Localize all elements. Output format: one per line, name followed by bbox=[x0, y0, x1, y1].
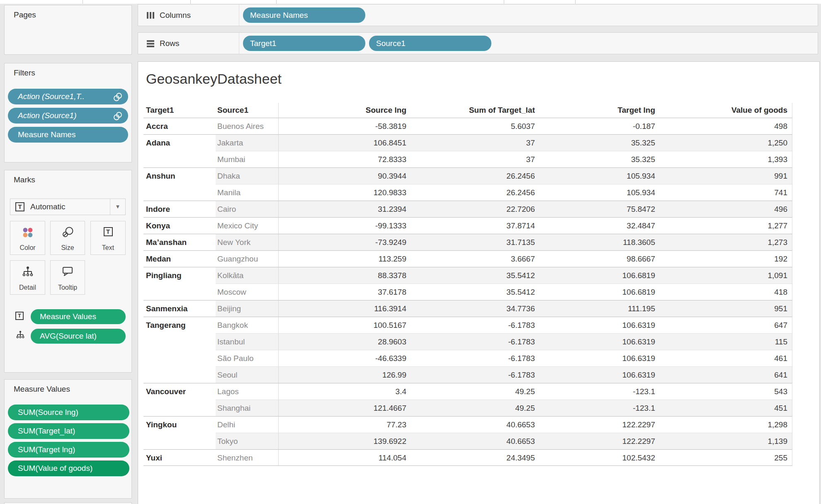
table-row[interactable]: Istanbul 28.9603 -6.1783 106.6319 115 bbox=[143, 333, 792, 350]
cell-value-of-goods[interactable]: 1,298 bbox=[660, 416, 792, 433]
detail-button[interactable]: Detail bbox=[10, 260, 45, 295]
header-target1[interactable]: Target1 bbox=[143, 103, 216, 118]
table-row[interactable]: Medan Guangzhou 113.259 3.6667 98.6667 1… bbox=[143, 250, 792, 267]
cell-value-of-goods[interactable]: 1,250 bbox=[660, 134, 792, 151]
cell-source1[interactable]: Istanbul bbox=[216, 333, 279, 350]
cell-target-lng[interactable]: 35.325 bbox=[539, 151, 660, 167]
cell-source1[interactable]: Cairo bbox=[216, 201, 279, 217]
cell-target-lng[interactable]: 111.195 bbox=[539, 300, 660, 317]
cell-target-lng[interactable]: 35.325 bbox=[539, 134, 660, 151]
cell-source1[interactable]: Lagos bbox=[216, 383, 279, 400]
marks-pill-avg-source-lat[interactable]: AVG(Source lat) bbox=[31, 329, 126, 344]
filter-pill[interactable]: Action (Source1,T.. bbox=[8, 89, 128, 104]
marks-card[interactable]: Marks T Automatic ▼ Color Size T Text bbox=[4, 170, 132, 373]
table-row[interactable]: Tokyo 139.6922 40.6653 122.2297 1,139 bbox=[143, 433, 792, 449]
cell-target-lng[interactable]: 106.6319 bbox=[539, 366, 660, 383]
filters-card[interactable]: Filters Action (Source1,T.. Action (Sour… bbox=[4, 63, 132, 162]
cell-value-of-goods[interactable]: 991 bbox=[660, 167, 792, 184]
cell-source1[interactable]: Seoul bbox=[216, 366, 279, 383]
cell-value-of-goods[interactable]: 192 bbox=[660, 250, 792, 267]
cell-source1[interactable]: São Paulo bbox=[216, 350, 279, 366]
cell-source-lng[interactable]: 31.2394 bbox=[279, 201, 411, 217]
cell-value-of-goods[interactable]: 418 bbox=[660, 284, 792, 300]
cell-source-lng[interactable]: 28.9603 bbox=[279, 333, 411, 350]
cell-target1[interactable]: Medan bbox=[143, 250, 216, 267]
measure-value-pill[interactable]: SUM(Source lng) bbox=[8, 405, 129, 420]
cell-value-of-goods[interactable]: 1,091 bbox=[660, 267, 792, 284]
cell-target1[interactable] bbox=[143, 333, 216, 350]
cell-value-of-goods[interactable]: 451 bbox=[660, 400, 792, 416]
cell-value-of-goods[interactable]: 641 bbox=[660, 366, 792, 383]
header-source1[interactable]: Source1 bbox=[216, 103, 279, 118]
shelf-pill[interactable]: Source1 bbox=[369, 36, 491, 51]
cell-source-lng[interactable]: 106.8451 bbox=[279, 134, 411, 151]
cell-value-of-goods[interactable]: 1,393 bbox=[660, 151, 792, 167]
cell-value-of-goods[interactable]: 951 bbox=[660, 300, 792, 317]
header-value-of-goods[interactable]: Value of goods bbox=[660, 103, 792, 118]
cell-target-lat[interactable]: 34.7736 bbox=[411, 300, 539, 317]
cell-target-lng[interactable]: 105.934 bbox=[539, 167, 660, 184]
cell-source-lng[interactable]: 3.4 bbox=[279, 383, 411, 400]
cell-target-lng[interactable]: 118.3605 bbox=[539, 234, 660, 250]
cell-target-lng[interactable]: 106.6319 bbox=[539, 317, 660, 333]
cell-source-lng[interactable]: 121.4667 bbox=[279, 400, 411, 416]
shelf-pill[interactable]: Measure Names bbox=[243, 7, 365, 23]
cell-target1[interactable]: Ma’anshan bbox=[143, 234, 216, 250]
cell-target1[interactable]: Yuxi bbox=[143, 449, 216, 466]
cell-source1[interactable]: Delhi bbox=[216, 416, 279, 433]
cell-target1[interactable]: Yingkou bbox=[143, 416, 216, 433]
cell-source-lng[interactable]: 120.9833 bbox=[279, 184, 411, 201]
cell-value-of-goods[interactable]: 1,139 bbox=[660, 433, 792, 449]
cell-target-lng[interactable]: 106.6319 bbox=[539, 333, 660, 350]
filter-pill[interactable]: Measure Names bbox=[8, 127, 128, 143]
cell-target1[interactable] bbox=[143, 151, 216, 167]
cell-target-lng[interactable]: 106.6819 bbox=[539, 284, 660, 300]
table-row[interactable]: Adana Jakarta 106.8451 37 35.325 1,250 bbox=[143, 134, 792, 151]
cell-source1[interactable]: Beijing bbox=[216, 300, 279, 317]
cell-source1[interactable]: Mumbai bbox=[216, 151, 279, 167]
cell-target1[interactable]: Adana bbox=[143, 134, 216, 151]
cell-value-of-goods[interactable]: 461 bbox=[660, 350, 792, 366]
header-target-lng[interactable]: Target lng bbox=[539, 103, 660, 118]
cell-target1[interactable] bbox=[143, 284, 216, 300]
cell-value-of-goods[interactable]: 1,277 bbox=[660, 217, 792, 234]
table-row[interactable]: Pingliang Kolkāta 88.3378 35.5412 106.68… bbox=[143, 267, 792, 284]
filter-pill[interactable]: Action (Source1) bbox=[8, 108, 128, 124]
cell-value-of-goods[interactable]: 741 bbox=[660, 184, 792, 201]
cell-source-lng[interactable]: 90.3944 bbox=[279, 167, 411, 184]
cell-target-lat[interactable]: 49.25 bbox=[411, 400, 539, 416]
cell-value-of-goods[interactable]: 1,273 bbox=[660, 234, 792, 250]
cell-target-lat[interactable]: 35.5412 bbox=[411, 267, 539, 284]
cell-source-lng[interactable]: -99.1333 bbox=[279, 217, 411, 234]
cell-source-lng[interactable]: 126.99 bbox=[279, 366, 411, 383]
cell-target-lng[interactable]: 106.6819 bbox=[539, 267, 660, 284]
cell-target1[interactable]: Konya bbox=[143, 217, 216, 234]
cell-source1[interactable]: Jakarta bbox=[216, 134, 279, 151]
cell-target-lat[interactable]: -6.1783 bbox=[411, 366, 539, 383]
cell-source-lng[interactable]: 114.054 bbox=[279, 449, 411, 466]
table-row[interactable]: Yingkou Delhi 77.23 40.6653 122.2297 1,2… bbox=[143, 416, 792, 433]
cell-source1[interactable]: Dhaka bbox=[216, 167, 279, 184]
cell-target-lat[interactable]: 3.6667 bbox=[411, 250, 539, 267]
cell-source-lng[interactable]: 88.3378 bbox=[279, 267, 411, 284]
cell-target-lng[interactable]: -123.1 bbox=[539, 383, 660, 400]
cell-target-lat[interactable]: 35.5412 bbox=[411, 284, 539, 300]
table-row[interactable]: Konya Mexico City -99.1333 37.8714 32.48… bbox=[143, 217, 792, 234]
table-row[interactable]: Ma’anshan New York -73.9249 31.7135 118.… bbox=[143, 234, 792, 250]
rows-shelf[interactable]: Rows Target1 Source1 bbox=[138, 32, 818, 54]
cell-source1[interactable]: Guangzhou bbox=[216, 250, 279, 267]
mark-type-dropdown[interactable]: T Automatic ▼ bbox=[10, 199, 126, 215]
cell-target1[interactable]: Pingliang bbox=[143, 267, 216, 284]
cell-target1[interactable] bbox=[143, 184, 216, 201]
cell-target-lat[interactable]: 24.3495 bbox=[411, 449, 539, 466]
cell-source-lng[interactable]: 72.8333 bbox=[279, 151, 411, 167]
chevron-down-icon[interactable]: ▼ bbox=[110, 199, 125, 215]
header-source-lng[interactable]: Source lng bbox=[279, 103, 411, 118]
cell-source-lng[interactable]: 113.259 bbox=[279, 250, 411, 267]
cell-target1[interactable] bbox=[143, 350, 216, 366]
table-row[interactable]: Shanghai 121.4667 49.25 -123.1 451 bbox=[143, 400, 792, 416]
cell-target1[interactable] bbox=[143, 433, 216, 449]
marks-pill-measure-values[interactable]: Measure Values bbox=[31, 309, 126, 324]
cell-source-lng[interactable]: -46.6339 bbox=[279, 350, 411, 366]
cell-target-lat[interactable]: 37.8714 bbox=[411, 217, 539, 234]
